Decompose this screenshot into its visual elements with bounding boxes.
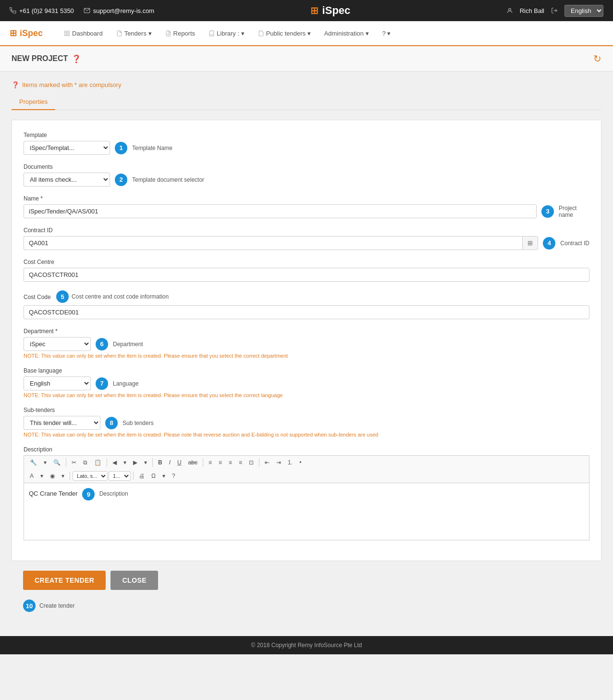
compulsory-note: ❓ Items marked with * are compulsory bbox=[12, 81, 601, 88]
template-hint: Template Name bbox=[132, 145, 172, 151]
editor-btn-bold[interactable]: B bbox=[155, 458, 165, 467]
cost-code-hint: Cost centre and cost code information bbox=[72, 293, 169, 300]
svg-rect-3 bbox=[65, 31, 67, 33]
create-tender-hint: Create tender bbox=[39, 602, 74, 609]
nav-dashboard[interactable]: Dashboard bbox=[57, 21, 110, 46]
editor-btn-search[interactable]: 🔍 bbox=[50, 458, 63, 467]
cost-centre-input[interactable] bbox=[24, 268, 589, 282]
name-row: 3 Project name bbox=[24, 204, 589, 218]
editor-btn-blockquote[interactable]: ⊡ bbox=[246, 458, 257, 467]
name-input[interactable] bbox=[24, 204, 537, 218]
editor-btn-highlight-arrow[interactable]: ▾ bbox=[59, 471, 67, 481]
base-language-select[interactable]: English bbox=[24, 376, 91, 390]
close-button[interactable]: CLOSE bbox=[110, 571, 158, 590]
sub-tenders-row: This tender will... 8 Sub tenders bbox=[24, 416, 589, 430]
editor-btn-list-ul[interactable]: • bbox=[296, 458, 304, 467]
editor-btn-redo[interactable]: ▶ bbox=[130, 458, 140, 467]
nav-help[interactable]: ? ▾ bbox=[376, 21, 398, 46]
editor-font-family[interactable]: Lato, s... bbox=[73, 471, 108, 481]
department-label: Department * bbox=[24, 328, 589, 335]
phone-icon bbox=[10, 7, 16, 14]
contract-id-btn[interactable]: ⊞ bbox=[522, 236, 538, 250]
editor-btn-indent-in[interactable]: ⇥ bbox=[273, 458, 284, 467]
topbar: +61 (0)2 9431 5350 support@remy-is.com ⊞… bbox=[0, 0, 613, 21]
refresh-icon[interactable]: ↻ bbox=[593, 53, 601, 64]
tabs: Properties bbox=[12, 94, 601, 110]
nav-public-tenders[interactable]: Public tenders ▾ bbox=[251, 21, 318, 46]
sub-tenders-select[interactable]: This tender will... bbox=[24, 416, 100, 430]
editor-btn-strikethrough[interactable]: abc bbox=[185, 458, 200, 467]
contract-id-input[interactable] bbox=[24, 236, 522, 250]
editor-btn-copy[interactable]: ⧉ bbox=[80, 458, 90, 467]
editor-btn-italic[interactable]: I bbox=[166, 458, 173, 467]
editor-btn-align-left[interactable]: ≡ bbox=[206, 458, 215, 467]
name-group: Name * 3 Project name bbox=[24, 195, 589, 218]
nav-reports[interactable]: Reports bbox=[159, 21, 202, 46]
editor-btn-print[interactable]: 🖨 bbox=[136, 471, 147, 481]
editor-btn-omega[interactable]: Ω bbox=[148, 471, 159, 481]
nav-tenders[interactable]: Tenders ▾ bbox=[110, 21, 159, 46]
template-group: Template iSpec/Templat... 1 Template Nam… bbox=[24, 132, 589, 155]
email: support@remy-is.com bbox=[84, 7, 154, 14]
editor-toolbar-1: 🔧 ▾ 🔍 ✂ ⧉ 📋 ◀ ▾ ▶ ▾ B I U abc bbox=[24, 455, 589, 469]
page-wrapper: ❓ Items marked with * are compulsory Pro… bbox=[0, 72, 613, 626]
main-content: ❓ Items marked with * are compulsory Pro… bbox=[0, 72, 613, 626]
template-select[interactable]: iSpec/Templat... bbox=[24, 141, 110, 155]
nav-administration[interactable]: Administration ▾ bbox=[318, 21, 376, 46]
svg-point-1 bbox=[508, 8, 511, 11]
brand-icon: ⊞ bbox=[10, 28, 17, 38]
public-icon bbox=[258, 30, 264, 37]
editor-btn-highlight[interactable]: ◉ bbox=[47, 471, 58, 481]
template-row: iSpec/Templat... 1 Template Name bbox=[24, 141, 589, 155]
topbar-left: +61 (0)2 9431 5350 support@remy-is.com bbox=[10, 7, 154, 14]
editor-btn-font-color[interactable]: A bbox=[27, 471, 37, 481]
editor-btn-arrow[interactable]: ▾ bbox=[41, 458, 49, 467]
language-select[interactable]: English bbox=[564, 5, 603, 17]
department-select[interactable]: iSpec bbox=[24, 337, 91, 351]
cost-code-label: Cost Code 5 Cost centre and cost code in… bbox=[24, 290, 589, 303]
logo-icon: ⊞ bbox=[310, 5, 319, 16]
editor-font-size[interactable]: 1... bbox=[109, 471, 131, 481]
base-language-label: Base language bbox=[24, 367, 589, 374]
sub-tenders-group: Sub-tenders This tender will... 8 Sub te… bbox=[24, 407, 589, 438]
badge-10: 10 bbox=[23, 600, 36, 612]
editor-btn-redo-arrow[interactable]: ▾ bbox=[141, 458, 150, 467]
documents-select[interactable]: All items check... bbox=[24, 173, 110, 187]
department-group: Department * iSpec 6 Department NOTE: Th… bbox=[24, 328, 589, 359]
documents-group: Documents All items check... 2 Template … bbox=[24, 163, 589, 187]
nav-library[interactable]: Library : ▾ bbox=[202, 21, 251, 46]
page-header: NEW PROJECT ❓ ↻ bbox=[0, 46, 613, 72]
editor-btn-cut[interactable]: ✂ bbox=[69, 458, 79, 467]
name-label: Name * bbox=[24, 195, 589, 202]
editor-btn-underline[interactable]: U bbox=[174, 458, 184, 467]
cost-code-input[interactable] bbox=[24, 305, 589, 319]
navbar-brand: ⊞ iSpec bbox=[10, 28, 43, 38]
editor-btn-style[interactable]: 🔧 bbox=[27, 458, 40, 467]
editor-btn-font-arrow[interactable]: ▾ bbox=[37, 471, 46, 481]
page-help-icon[interactable]: ❓ bbox=[72, 54, 81, 63]
base-language-group: Base language English 7 Language NOTE: T… bbox=[24, 367, 589, 398]
documents-hint: Template document selector bbox=[132, 176, 204, 183]
editor-btn-paste[interactable]: 📋 bbox=[91, 458, 104, 467]
base-language-note: NOTE: This value can only be set when th… bbox=[24, 392, 589, 398]
contract-id-group: Contract ID ⊞ 4 Contract ID bbox=[24, 227, 589, 250]
editor-btn-undo[interactable]: ◀ bbox=[110, 458, 120, 467]
tab-properties[interactable]: Properties bbox=[12, 94, 55, 110]
editor-btn-indent-out[interactable]: ⇤ bbox=[262, 458, 272, 467]
editor-btn-undo-arrow[interactable]: ▾ bbox=[121, 458, 129, 467]
editor-btn-align-right[interactable]: ≡ bbox=[226, 458, 235, 467]
documents-label: Documents bbox=[24, 163, 589, 170]
editor-btn-list-ol[interactable]: 1. bbox=[285, 458, 295, 467]
cost-centre-label: Cost Centre bbox=[24, 259, 589, 265]
editor-btn-align-center[interactable]: ≡ bbox=[216, 458, 225, 467]
navbar: ⊞ iSpec Dashboard Tenders ▾ Reports Libr… bbox=[0, 21, 613, 46]
editor-btn-help[interactable]: ? bbox=[169, 471, 178, 481]
editor-btn-omega-arrow[interactable]: ▾ bbox=[159, 471, 168, 481]
library-icon bbox=[208, 30, 215, 37]
description-editor[interactable]: QC Crane Tender 9 Description bbox=[24, 483, 589, 540]
editor-btn-align-justify[interactable]: ≡ bbox=[236, 458, 245, 467]
badge-5: 5 bbox=[56, 290, 69, 303]
logout-icon[interactable] bbox=[551, 7, 558, 14]
create-tender-button[interactable]: CREATE TENDER bbox=[23, 571, 106, 590]
badge-2: 2 bbox=[115, 174, 127, 186]
